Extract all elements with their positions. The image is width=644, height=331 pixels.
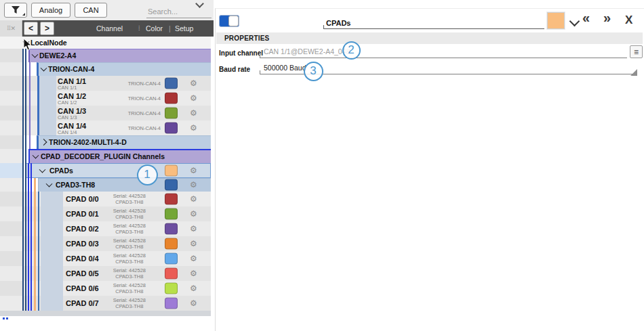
gear-icon[interactable]: ⚙	[190, 94, 197, 102]
color-swatch[interactable]	[165, 108, 178, 119]
color-swatch[interactable]	[165, 123, 178, 134]
annotation-circle: 1	[137, 164, 158, 185]
nav-forward-button[interactable]: >	[40, 22, 54, 35]
tree-row-trion-can-4[interactable]: TRION-CAN-4	[0, 62, 214, 76]
tree-row-cpad-0-5[interactable]: CPAD 0/5Serial: 442528CPAD3-TH8⚙	[0, 266, 214, 281]
tree-row-can-1-1[interactable]: CAN 1/1CAN 1/1TRION-CAN-4⚙	[0, 76, 214, 91]
tree-row-cpad-0-6[interactable]: CPAD 0/6Serial: 442528CPAD3-TH8⚙	[0, 281, 214, 296]
gear-icon[interactable]: ⚙	[190, 181, 197, 189]
color-swatch[interactable]	[165, 283, 178, 294]
color-swatch[interactable]	[165, 194, 178, 205]
channel-name-input[interactable]: CPADs	[323, 16, 544, 29]
channel-meta-label: Serial: 442528CPAD3-TH8	[113, 223, 146, 235]
tree-row-localnode[interactable]: LocalNode	[0, 37, 214, 49]
input-channel-field[interactable]: CAN 1/1@DEWE2-A4_048	[260, 45, 627, 58]
channel-meta-label: TRION-CAN-4	[128, 125, 161, 131]
tree-row-cpad-0-7[interactable]: CPAD 0/7Serial: 442528CPAD3-TH8⚙	[0, 296, 214, 311]
channel-meta-label: Serial: 442528CPAD3-TH8	[113, 267, 146, 280]
column-header-setup[interactable]: Setup	[175, 20, 193, 37]
tree-row-can-1-3[interactable]: CAN 1/3CAN 1/3TRION-CAN-4⚙	[0, 106, 214, 120]
channel-color-swatch[interactable]	[547, 12, 565, 29]
channel-enable-toggle[interactable]	[219, 15, 239, 27]
chevron-down-icon[interactable]	[569, 16, 580, 27]
color-swatch[interactable]	[165, 165, 178, 177]
column-header-channel[interactable]: Channel	[96, 20, 123, 37]
color-swatch[interactable]	[165, 93, 178, 104]
dropdown-grip-icon[interactable]	[630, 69, 637, 76]
channel-sub-label: CAN 1/4	[58, 129, 77, 135]
color-swatch[interactable]	[165, 78, 178, 89]
tree-row-cpad-0-2[interactable]: CPAD 0/2Serial: 442528CPAD3-TH8⚙	[0, 221, 214, 236]
tree-row-cpads[interactable]: CPADs⚙	[0, 163, 214, 178]
row-gutter	[0, 281, 22, 296]
tree-row-cpad-0-1[interactable]: CPAD 0/1Serial: 442528CPAD3-TH8⚙	[0, 206, 214, 221]
toggle-knob	[228, 16, 239, 26]
channel-name-label: CPAD 0/0	[66, 195, 99, 203]
tree-row-can-1-2[interactable]: CAN 1/2CAN 1/2TRION-CAN-4⚙	[0, 91, 214, 106]
gear-icon[interactable]: ⚙	[190, 269, 197, 278]
gear-icon[interactable]: ⚙	[190, 240, 197, 248]
channel-sub-label: CAN 1/3	[58, 114, 77, 120]
gear-icon[interactable]: ⚙	[190, 210, 197, 218]
tree-row-cpad-0-3[interactable]: CPAD 0/3Serial: 442528CPAD3-TH8⚙	[0, 236, 214, 251]
indent-guide	[22, 49, 24, 311]
row-gutter	[0, 266, 22, 281]
color-swatch[interactable]	[165, 238, 178, 250]
indent-guide	[38, 192, 39, 311]
tree-row-can-1-4[interactable]: CAN 1/4CAN 1/4TRION-CAN-4⚙	[0, 120, 214, 135]
indent-band	[39, 91, 56, 106]
gear-icon[interactable]: ⚙	[190, 299, 197, 307]
indent-band	[41, 206, 63, 221]
gear-icon[interactable]: ⚙	[190, 284, 197, 292]
color-swatch[interactable]	[165, 223, 178, 235]
tree-row-label: TRION-CAN-4	[48, 65, 94, 73]
indent-guide	[31, 163, 32, 311]
tree-row-label: CPAD_DECODER_PLUGIN Channels	[41, 152, 165, 160]
next-channel-button[interactable]: »	[603, 10, 611, 26]
channel-meta-label: TRION-CAN-4	[128, 81, 161, 87]
tree-row-dewe2-a4[interactable]: DEWE2-A4	[0, 49, 214, 62]
gear-icon[interactable]: ⚙	[190, 109, 197, 117]
search-input[interactable]	[146, 5, 212, 18]
channel-picker-button[interactable]: ≡	[630, 45, 643, 58]
row-gutter	[0, 296, 22, 311]
gear-icon[interactable]: ⚙	[190, 124, 197, 132]
color-swatch[interactable]	[165, 179, 178, 191]
channel-name-label: CPAD 0/7	[66, 299, 99, 307]
close-icon[interactable]: X	[625, 14, 632, 27]
funnel-icon	[11, 5, 20, 16]
tree-row-cpad-decoder-plugin-channels[interactable]: CPAD_DECODER_PLUGIN Channels	[0, 149, 214, 163]
channel-sub-label: CAN 1/2	[58, 100, 77, 106]
channel-meta-label: Serial: 442528CPAD3-TH8	[113, 208, 146, 220]
gear-icon[interactable]: ⚙	[190, 255, 197, 263]
annotation-circle: 3	[304, 62, 323, 81]
color-swatch[interactable]	[165, 268, 178, 280]
list-header: ⠿✕ < > Channel ⁞ Color | Setup	[0, 20, 214, 37]
analog-filter-button[interactable]: Analog	[31, 3, 71, 18]
filter-button[interactable]	[4, 3, 27, 18]
row-gutter	[0, 91, 22, 106]
tree-row-cpad-0-0[interactable]: CPAD 0/0Serial: 442528CPAD3-TH8⚙	[0, 192, 214, 206]
indent-band	[41, 251, 63, 266]
indent-guide	[25, 49, 26, 311]
gear-icon[interactable]: ⚙	[190, 167, 197, 175]
indent-band	[41, 221, 63, 236]
column-header-color[interactable]: Color	[146, 20, 163, 37]
channel-name-label: CAN 1/4	[58, 122, 86, 130]
nav-back-button[interactable]: <	[24, 22, 38, 35]
can-filter-button[interactable]: CAN	[75, 3, 107, 18]
color-swatch[interactable]	[165, 298, 178, 309]
previous-channel-button[interactable]: «	[582, 10, 590, 26]
tree-row-trion-2402-multi-4-d[interactable]: TRION-2402-MULTI-4-D	[0, 135, 214, 149]
color-swatch[interactable]	[165, 208, 178, 220]
color-swatch[interactable]	[165, 253, 178, 265]
gear-icon[interactable]: ⚙	[190, 79, 197, 87]
resize-dot	[3, 317, 5, 319]
gear-icon[interactable]: ⚙	[190, 225, 197, 233]
tree-row-cpad-0-4[interactable]: CPAD 0/4Serial: 442528CPAD3-TH8⚙	[0, 251, 214, 266]
channel-name-label: CPAD 0/5	[66, 269, 99, 278]
tree-row-cpad3-th8[interactable]: CPAD3-TH8⚙	[0, 178, 214, 192]
panel-bottom-strip	[0, 311, 211, 316]
row-gutter	[0, 251, 22, 266]
gear-icon[interactable]: ⚙	[190, 195, 197, 203]
